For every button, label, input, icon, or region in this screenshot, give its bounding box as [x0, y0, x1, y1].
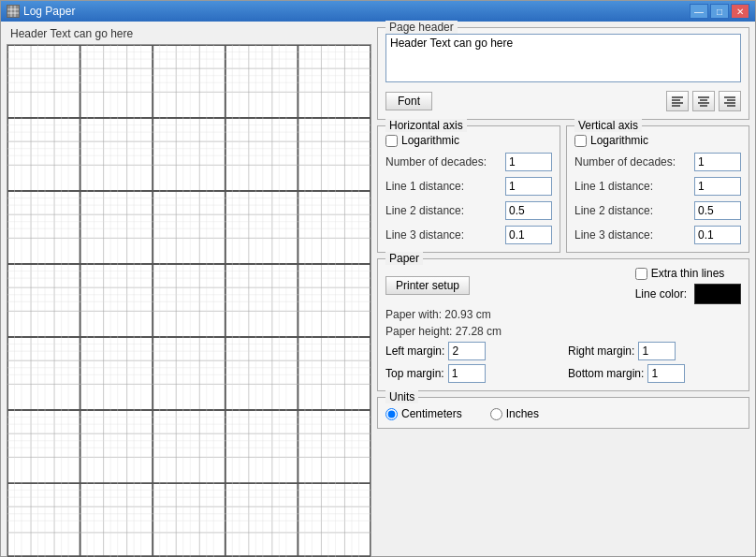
- v-logarithmic-row: Logarithmic: [574, 134, 741, 147]
- h-logarithmic-label: Logarithmic: [401, 134, 459, 147]
- units-row: Centimeters Inches: [385, 407, 741, 420]
- line-color-label: Line color:: [635, 287, 687, 300]
- vertical-axis-group: Vertical axis Logarithmic Number of deca…: [566, 125, 749, 253]
- right-margin-input[interactable]: [638, 342, 676, 360]
- minimize-button[interactable]: —: [690, 4, 708, 19]
- top-margin-label: Top margin:: [385, 367, 444, 380]
- top-margin-input[interactable]: [448, 364, 486, 383]
- right-margin-pair: Right margin:: [568, 342, 741, 360]
- title-bar-left: Log Paper: [7, 5, 75, 18]
- line-color-row: Line color:: [635, 284, 741, 304]
- margins-row-1: Left margin: Right margin:: [385, 342, 741, 360]
- printer-setup-button[interactable]: Printer setup: [385, 276, 470, 295]
- paper-group: Paper Printer setup Extra thin lines Lin…: [377, 258, 749, 391]
- v-line3-input[interactable]: [694, 226, 741, 244]
- paper-top-row: Printer setup Extra thin lines Line colo…: [385, 267, 741, 304]
- centimeters-option: Centimeters: [385, 407, 462, 420]
- v-line2-row: Line 2 distance:: [574, 201, 741, 220]
- window-title: Log Paper: [23, 5, 75, 18]
- align-center-button[interactable]: [692, 91, 715, 111]
- paper-left: Printer setup: [385, 276, 635, 295]
- log-paper-svg: [7, 45, 371, 557]
- line-color-swatch[interactable]: [694, 284, 741, 304]
- centimeters-radio[interactable]: [385, 408, 398, 420]
- main-content: Header Text can go here: [1, 22, 755, 557]
- page-header-label: Page header: [385, 21, 458, 34]
- inches-radio[interactable]: [490, 408, 502, 420]
- bottom-margin-label: Bottom margin:: [568, 367, 644, 380]
- paper-label: Paper: [385, 252, 423, 265]
- close-window-button[interactable]: ✕: [731, 4, 749, 19]
- h-line1-input[interactable]: [505, 177, 552, 196]
- v-line1-row: Line 1 distance:: [574, 177, 741, 196]
- h-logarithmic-row: Logarithmic: [385, 134, 552, 147]
- v-line2-input[interactable]: [694, 201, 741, 220]
- h-line1-label: Line 1 distance:: [385, 180, 505, 193]
- v-decades-input[interactable]: [694, 153, 741, 171]
- bottom-margin-pair: Bottom margin:: [568, 364, 741, 383]
- page-header-textarea[interactable]: [385, 34, 741, 82]
- axis-row: Horizontal axis Logarithmic Number of de…: [377, 125, 749, 253]
- svg-rect-0: [7, 6, 19, 17]
- h-decades-row: Number of decades:: [385, 153, 552, 171]
- paper-right: Extra thin lines Line color:: [635, 267, 741, 304]
- margins-row-2: Top margin: Bottom margin:: [385, 364, 741, 383]
- v-line3-label: Line 3 distance:: [574, 228, 694, 242]
- app-icon: [7, 5, 20, 18]
- font-align-row: Font: [385, 91, 741, 111]
- v-line3-row: Line 3 distance:: [574, 226, 741, 244]
- h-line3-input[interactable]: [505, 226, 552, 244]
- extra-thin-checkbox[interactable]: [635, 268, 647, 280]
- h-line2-input[interactable]: [505, 201, 552, 220]
- paper-width-text: Paper with: 20.93 cm: [385, 308, 741, 321]
- v-decades-label: Number of decades:: [574, 155, 694, 169]
- svg-rect-5: [7, 45, 371, 557]
- left-margin-pair: Left margin:: [385, 342, 559, 360]
- maximize-button[interactable]: □: [710, 4, 729, 19]
- log-paper-preview: [7, 44, 371, 557]
- extra-thin-row: Extra thin lines: [635, 267, 741, 280]
- main-window: Log Paper — □ ✕ Header Text can go here: [0, 0, 756, 557]
- title-controls: — □ ✕: [690, 4, 749, 19]
- inches-option: Inches: [490, 407, 539, 420]
- controls-section: Page header Font: [377, 27, 749, 557]
- preview-section: Header Text can go here: [7, 27, 371, 557]
- v-line1-input[interactable]: [694, 177, 741, 196]
- h-line1-row: Line 1 distance:: [385, 177, 552, 196]
- extra-thin-label: Extra thin lines: [651, 267, 725, 280]
- left-margin-label: Left margin:: [385, 344, 444, 358]
- align-left-button[interactable]: [666, 91, 689, 111]
- horizontal-axis-group: Horizontal axis Logarithmic Number of de…: [377, 125, 560, 253]
- h-line2-label: Line 2 distance:: [385, 204, 505, 217]
- horizontal-axis-label: Horizontal axis: [385, 119, 467, 132]
- inches-label: Inches: [506, 407, 539, 420]
- left-margin-input[interactable]: [448, 342, 486, 360]
- units-group: Units Centimeters Inches: [377, 397, 749, 429]
- align-right-button[interactable]: [719, 91, 741, 111]
- top-margin-pair: Top margin:: [385, 364, 559, 383]
- bottom-margin-input[interactable]: [647, 364, 685, 383]
- units-label: Units: [385, 390, 418, 403]
- font-button[interactable]: Font: [385, 92, 432, 110]
- title-bar: Log Paper — □ ✕: [1, 1, 755, 22]
- v-logarithmic-label: Logarithmic: [590, 134, 648, 147]
- v-line1-label: Line 1 distance:: [574, 180, 694, 193]
- h-line3-label: Line 3 distance:: [385, 228, 505, 242]
- page-header-group: Page header Font: [377, 27, 749, 120]
- centimeters-label: Centimeters: [401, 407, 462, 420]
- preview-header-text: Header Text can go here: [7, 27, 371, 40]
- h-line3-row: Line 3 distance:: [385, 226, 552, 244]
- v-line2-label: Line 2 distance:: [574, 204, 694, 217]
- v-decades-row: Number of decades:: [574, 153, 741, 171]
- paper-height-text: Paper height: 27.28 cm: [385, 325, 741, 338]
- h-decades-label: Number of decades:: [385, 155, 505, 169]
- h-line2-row: Line 2 distance:: [385, 201, 552, 220]
- right-margin-label: Right margin:: [568, 344, 634, 358]
- h-decades-input[interactable]: [505, 153, 552, 171]
- h-logarithmic-checkbox[interactable]: [385, 135, 398, 147]
- vertical-axis-label: Vertical axis: [574, 119, 642, 132]
- v-logarithmic-checkbox[interactable]: [574, 135, 587, 147]
